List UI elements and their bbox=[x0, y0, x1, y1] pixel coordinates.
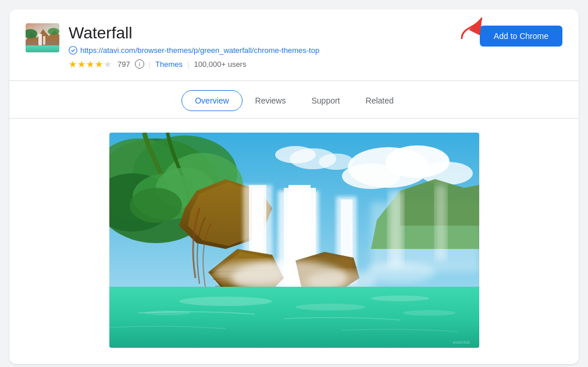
waterfall-image: waterfall bbox=[109, 133, 479, 348]
red-arrow-icon bbox=[453, 13, 488, 42]
svg-point-17 bbox=[319, 154, 354, 170]
main-content: waterfall bbox=[9, 119, 579, 364]
star-5: ★ bbox=[104, 59, 112, 70]
svg-point-8 bbox=[69, 46, 77, 54]
svg-point-57 bbox=[179, 297, 272, 306]
svg-rect-4 bbox=[43, 36, 45, 45]
tab-overview[interactable]: Overview bbox=[181, 90, 242, 111]
svg-point-61 bbox=[403, 310, 455, 316]
svg-rect-3 bbox=[38, 34, 42, 45]
add-button-container: Add to Chrome bbox=[480, 23, 562, 47]
extension-card: Waterfall https://atavi.com/browser-them… bbox=[9, 9, 579, 364]
verified-icon bbox=[69, 46, 77, 55]
svg-point-55 bbox=[365, 262, 435, 283]
divider-1: | bbox=[149, 60, 151, 69]
svg-rect-56 bbox=[109, 287, 479, 348]
svg-point-59 bbox=[371, 295, 429, 301]
app-url: https://atavi.com/browser-themes/p/green… bbox=[80, 46, 319, 55]
star-3: ★ bbox=[86, 59, 94, 70]
svg-point-53 bbox=[214, 261, 295, 284]
add-to-chrome-button[interactable]: Add to Chrome bbox=[480, 26, 562, 47]
divider-2: | bbox=[187, 60, 189, 69]
header-section: Waterfall https://atavi.com/browser-them… bbox=[9, 9, 579, 81]
svg-rect-40 bbox=[435, 185, 447, 261]
svg-rect-5 bbox=[26, 45, 59, 52]
app-info: Waterfall https://atavi.com/browser-them… bbox=[69, 23, 319, 70]
app-meta: ★ ★ ★ ★ ★ 797 i | Themes | 100,000+ user… bbox=[69, 59, 319, 70]
users-count: 100,000+ users bbox=[194, 60, 246, 69]
app-title: Waterfall bbox=[69, 23, 319, 43]
tab-support[interactable]: Support bbox=[298, 90, 352, 111]
star-1: ★ bbox=[69, 59, 77, 70]
header-left: Waterfall https://atavi.com/browser-them… bbox=[26, 23, 319, 70]
rating-count: 797 bbox=[117, 60, 130, 69]
star-rating: ★ ★ ★ ★ ★ bbox=[69, 59, 112, 70]
svg-point-16 bbox=[275, 146, 316, 163]
category-link[interactable]: Themes bbox=[155, 60, 183, 69]
tab-related[interactable]: Related bbox=[353, 90, 407, 111]
info-icon[interactable]: i bbox=[135, 59, 144, 69]
svg-point-7 bbox=[48, 28, 59, 35]
star-4: ★ bbox=[95, 59, 103, 70]
nav-tabs: Overview Reviews Support Related bbox=[9, 81, 579, 119]
svg-text:waterfall: waterfall bbox=[452, 340, 470, 345]
waterfall-svg: waterfall bbox=[109, 133, 479, 348]
tab-reviews[interactable]: Reviews bbox=[243, 90, 299, 111]
app-icon bbox=[26, 23, 59, 52]
svg-point-13 bbox=[342, 163, 400, 189]
app-link[interactable]: https://atavi.com/browser-themes/p/green… bbox=[69, 46, 319, 55]
star-2: ★ bbox=[77, 59, 85, 70]
svg-rect-39 bbox=[389, 191, 403, 266]
svg-point-28 bbox=[130, 188, 182, 223]
svg-point-58 bbox=[295, 304, 365, 311]
